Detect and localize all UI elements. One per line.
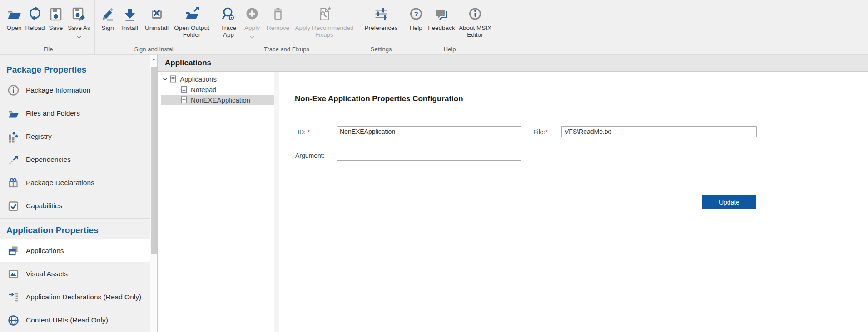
open-folder-icon bbox=[6, 5, 22, 23]
reload-button[interactable]: Reload bbox=[24, 0, 46, 31]
browse-button[interactable]: ... bbox=[748, 127, 754, 134]
page-header: Applications bbox=[158, 55, 868, 72]
open-button-label: Open bbox=[6, 24, 21, 31]
id-input[interactable] bbox=[337, 126, 521, 137]
sidebar-scrollbar[interactable]: ▲ bbox=[150, 55, 158, 332]
sidebar-item-content-uris[interactable]: Content URIs (Read Only) bbox=[0, 308, 150, 332]
uninstall-button[interactable]: Uninstall bbox=[142, 0, 172, 31]
ribbon-group-settings: Preferences Settings bbox=[359, 0, 403, 54]
scrollbar-thumb[interactable] bbox=[151, 67, 157, 254]
sidebar-item-label: Dependencies bbox=[26, 156, 71, 164]
sidebar-item-files-and-folders[interactable]: Files and Folders bbox=[0, 102, 150, 125]
feedback-button[interactable]: Feedback bbox=[427, 0, 456, 31]
chevron-down-icon bbox=[250, 32, 254, 40]
help-icon: ? bbox=[408, 5, 424, 23]
save-as-icon bbox=[71, 5, 87, 23]
page-title: Applications bbox=[165, 59, 211, 68]
sidebar-item-applications[interactable]: Applications bbox=[0, 239, 150, 262]
reload-icon bbox=[27, 5, 43, 23]
open-output-folder-button-label: Open Output Folder bbox=[172, 24, 212, 39]
sidebar-item-visual-assets[interactable]: Visual Assets bbox=[0, 262, 150, 285]
sidebar-item-label: Visual Assets bbox=[26, 270, 68, 278]
uninstall-button-label: Uninstall bbox=[145, 24, 169, 31]
svg-text:?: ? bbox=[414, 10, 418, 18]
sign-button[interactable]: Sign bbox=[97, 0, 118, 31]
save-button[interactable]: Save bbox=[46, 0, 66, 31]
sidebar-item-label: Registry bbox=[26, 132, 52, 141]
id-label: ID: * bbox=[298, 128, 310, 136]
ribbon-group-trace-fixups: Trace App Apply Remove bbox=[214, 0, 359, 54]
apply-recommended-fixups-button[interactable]: Apply Recommended Fixups bbox=[292, 0, 357, 39]
apply-button-label: Apply bbox=[244, 24, 260, 31]
sign-button-label: Sign bbox=[101, 24, 114, 31]
sidebar-item-package-declarations[interactable]: Package Declarations bbox=[0, 171, 150, 194]
document-icon bbox=[170, 75, 177, 83]
preferences-button[interactable]: Preferences bbox=[362, 0, 401, 31]
remove-button[interactable]: Remove bbox=[264, 0, 292, 31]
file-field: ... bbox=[561, 126, 757, 137]
open-output-folder-button[interactable]: Open Output Folder bbox=[172, 0, 212, 39]
help-button[interactable]: ? Help bbox=[406, 0, 427, 31]
apply-plus-icon bbox=[244, 5, 260, 23]
document-icon bbox=[181, 96, 188, 104]
apply-recommended-fixups-button-label: Apply Recommended Fixups bbox=[292, 24, 357, 39]
scroll-up-icon[interactable]: ▲ bbox=[150, 55, 157, 63]
help-button-label: Help bbox=[410, 24, 422, 31]
chevron-down-icon bbox=[77, 32, 81, 40]
sidebar-item-capabilities[interactable]: Capabilities bbox=[0, 194, 150, 217]
sidebar-item-package-information[interactable]: Package Information bbox=[0, 78, 150, 102]
install-button[interactable]: Install bbox=[118, 0, 142, 31]
folder-icon bbox=[7, 107, 20, 119]
trace-app-button[interactable]: Trace App bbox=[217, 0, 240, 39]
save-as-button-label: Save As bbox=[68, 24, 90, 31]
chevron-down-icon[interactable] bbox=[162, 76, 170, 82]
about-info-icon bbox=[467, 5, 483, 23]
open-output-folder-icon bbox=[184, 5, 200, 23]
sidebar-item-registry[interactable]: Registry bbox=[0, 125, 150, 148]
ribbon-group-file: Open Reload Save bbox=[2, 0, 94, 54]
file-input[interactable] bbox=[561, 126, 757, 137]
apply-button[interactable]: Apply bbox=[240, 0, 264, 40]
save-as-button[interactable]: Save As bbox=[66, 0, 92, 40]
save-icon bbox=[48, 5, 64, 23]
tree-item-notepad[interactable]: Notepad bbox=[158, 84, 274, 95]
ribbon-group-help: ? Help Feedback About MSIX Editor bbox=[403, 0, 496, 54]
fixups-page-icon bbox=[316, 5, 332, 23]
sidebar-item-label: Content URIs (Read Only) bbox=[26, 316, 108, 324]
argument-input[interactable] bbox=[337, 150, 521, 161]
image-icon bbox=[7, 268, 20, 280]
uninstall-icon bbox=[149, 5, 165, 23]
tree-item-applications[interactable]: Applications bbox=[158, 74, 274, 84]
tree-item-label: Notepad bbox=[191, 86, 217, 93]
navigation-sidebar: Package Properties Package Information F… bbox=[0, 55, 158, 332]
document-icon bbox=[181, 86, 188, 93]
remove-trash-icon bbox=[270, 5, 286, 23]
application-properties-form: Non-Exe Application Properties Configura… bbox=[279, 72, 868, 332]
gift-box-icon bbox=[7, 176, 20, 189]
sidebar-item-label: Package Information bbox=[26, 86, 90, 94]
msix-editor-window: Open Reload Save bbox=[0, 0, 868, 332]
sidebar-item-dependencies[interactable]: Dependencies bbox=[0, 148, 150, 171]
sidebar-item-label: Capabilities bbox=[26, 202, 62, 210]
ribbon-toolbar: Open Reload Save bbox=[0, 0, 868, 55]
update-button[interactable]: Update bbox=[702, 195, 756, 209]
remove-button-label: Remove bbox=[267, 24, 289, 31]
form-heading: Non-Exe Application Properties Configura… bbox=[295, 94, 463, 103]
file-label: File:* bbox=[533, 128, 548, 136]
save-button-label: Save bbox=[49, 24, 63, 31]
ribbon-group-label-trace-fixups: Trace and Fixups bbox=[217, 46, 357, 54]
argument-label: Argument: bbox=[295, 152, 325, 159]
panel-splitter[interactable] bbox=[274, 72, 279, 332]
ribbon-group-sign-install: Sign Install Uninstall bbox=[94, 0, 214, 54]
preferences-button-label: Preferences bbox=[365, 24, 398, 31]
tree-item-nonexeapplication[interactable]: NonEXEApplication bbox=[161, 95, 274, 105]
sidebar-item-application-declarations[interactable]: Application Declarations (Read Only) bbox=[0, 285, 150, 308]
sidebar-divider bbox=[0, 218, 150, 219]
about-msix-editor-button[interactable]: About MSIX Editor bbox=[456, 0, 494, 39]
argument-label-text: Argument: bbox=[295, 152, 325, 159]
id-label-text: ID: bbox=[298, 128, 306, 136]
arrow-list-icon bbox=[7, 291, 20, 303]
open-button[interactable]: Open bbox=[4, 0, 24, 31]
about-msix-editor-button-label: About MSIX Editor bbox=[456, 24, 494, 39]
required-asterisk: * bbox=[306, 128, 310, 136]
